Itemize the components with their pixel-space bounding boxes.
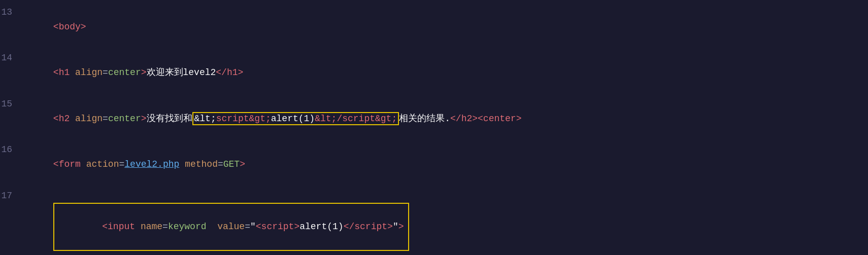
val-center2: center <box>108 114 141 124</box>
script-close-gt: > <box>387 222 393 232</box>
space <box>70 67 75 78</box>
eq4: = <box>218 159 223 169</box>
tag-open-h2: < <box>53 114 59 124</box>
tag-center: center <box>483 114 516 124</box>
line-number-15: 15 <box>0 97 20 112</box>
attr-action: action <box>86 159 119 169</box>
eq2: = <box>103 114 108 124</box>
code-viewer: 13 <body> 14 <h1 align=center>欢迎来到level2… <box>0 4 868 255</box>
sp <box>70 114 75 124</box>
script-close-name: script <box>354 222 387 232</box>
tag-gt2: > <box>238 67 244 78</box>
code-line-14: 14 <h1 align=center>欢迎来到level2</h1> <box>0 50 868 95</box>
sp3 <box>179 159 185 169</box>
sp4 <box>135 222 141 232</box>
attr-align: align <box>75 67 103 78</box>
eq3: = <box>119 159 124 169</box>
attr-name-kw: name <box>141 222 162 232</box>
eq: = <box>103 67 108 78</box>
line-content-15: <h2 align=center>没有找到和&lt;script&gt;aler… <box>20 97 868 140</box>
tag-close-h2: </ <box>450 114 461 124</box>
line-number-17: 17 <box>0 189 20 203</box>
code-line-15: 15 <h2 align=center>没有找到和&lt;script&gt;a… <box>0 96 868 141</box>
quote2: " <box>393 222 398 232</box>
tag-h1-close: h1 <box>227 67 238 78</box>
tag-gt6: > <box>240 159 245 169</box>
attr-align2: align <box>75 114 103 124</box>
tag-form: form <box>59 159 81 169</box>
escaped-lt: &lt; <box>194 114 216 124</box>
tag-close: > <box>81 22 86 32</box>
sp2 <box>81 159 86 169</box>
script-tag-esc: script&gt; <box>216 114 271 124</box>
tag-body: body <box>59 22 81 32</box>
script-close-lt: </ <box>344 222 355 232</box>
script-gt: > <box>294 222 299 232</box>
code-line-16: 16 <form action=level2.php method=GET> <box>0 141 868 187</box>
text-h1: 欢迎来到level2 <box>147 67 216 78</box>
tag-open-center: < <box>478 114 483 124</box>
tag-gt3: > <box>141 114 147 124</box>
tag-gt4: > <box>472 114 478 124</box>
val-action: level2.php <box>124 159 179 169</box>
tag-open-form: < <box>53 159 59 169</box>
tag-h1: h1 <box>59 67 70 78</box>
highlight-h2-content: &lt;script&gt;alert(1)&lt;/script&gt; <box>192 112 399 125</box>
code-line-13: 13 <body> <box>0 4 868 50</box>
alert-fn: alert(1) <box>299 222 343 232</box>
script-tag-name: script <box>261 222 294 232</box>
val-get: GET <box>223 159 240 169</box>
text-related: 相关的结果. <box>399 114 450 124</box>
line-number-14: 14 <box>0 51 20 65</box>
line-number-13: 13 <box>0 5 20 20</box>
val-center: center <box>108 67 141 78</box>
tag-gt5: > <box>516 114 522 124</box>
line-content-16: <form action=level2.php method=GET> <box>20 142 868 186</box>
quote1: " <box>250 222 256 232</box>
tag-open-input: < <box>102 222 108 232</box>
tag-input: input <box>108 222 135 232</box>
val-keyword: keyword <box>168 222 207 232</box>
alert-text: alert(1) <box>271 114 315 124</box>
end-script-esc: &lt;/script&gt; <box>315 114 397 124</box>
text-no: 没有找到和 <box>147 114 192 124</box>
tag-close-h1: </ <box>216 67 227 78</box>
script-open: < <box>256 222 261 232</box>
sp5 <box>207 222 218 232</box>
tag-h2: h2 <box>59 114 70 124</box>
tag-gt7: > <box>398 222 404 232</box>
line-content-13: <body> <box>20 5 868 49</box>
highlight-input-line: <input name=keyword value="<script>alert… <box>53 203 409 250</box>
eq5: = <box>162 222 168 232</box>
tag-open-h1: < <box>53 67 59 78</box>
tag-open: < <box>53 22 59 32</box>
code-line-17: 17 <input name=keyword value="<script>al… <box>0 188 868 255</box>
attr-value-kw: value <box>217 222 245 232</box>
tag-h2-close: h2 <box>461 114 473 124</box>
line-content-14: <h1 align=center>欢迎来到level2</h1> <box>20 51 868 94</box>
attr-method: method <box>185 159 218 169</box>
line-content-17: <input name=keyword value="<script>alert… <box>20 189 868 255</box>
line-number-16: 16 <box>0 142 20 157</box>
eq6: = <box>245 222 250 232</box>
tag-gt: > <box>141 67 147 78</box>
